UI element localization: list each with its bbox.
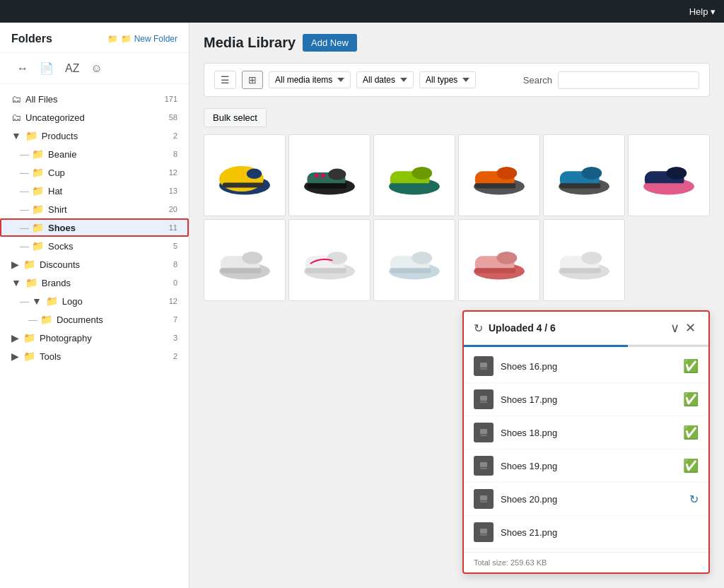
media-item[interactable] [458,219,540,301]
svg-rect-8 [308,183,347,188]
tree-line: — [20,296,29,307]
media-item[interactable] [373,134,455,216]
more-options-button[interactable]: ☺ [85,59,107,78]
all-files-icon: 🗂 [11,93,21,105]
sidebar-item-uncategorized[interactable]: 🗂 Uncategorized 58 [0,108,189,127]
search-label: Search [523,75,552,86]
upload-collapse-button[interactable]: ∨ [667,320,682,336]
sidebar-item-hat[interactable]: — 📁 Hat 13 [0,182,189,200]
add-new-button[interactable]: Add New [303,34,357,52]
file-name: Shoes 21.png [501,527,699,538]
tools-count: 2 [173,352,177,360]
svg-point-13 [411,166,432,179]
svg-point-25 [666,166,687,179]
sidebar-header: Folders 📁 📁 New Folder [0,23,189,53]
documents-folder-icon: 📁 [40,314,52,325]
sidebar-item-all-files[interactable]: 🗂 All Files 171 [0,90,189,108]
upload-close-button[interactable]: ✕ [682,320,699,336]
sidebar-item-brands[interactable]: ▼ 📁 Brands 0 [0,274,189,292]
media-filter-select[interactable]: All media items [269,71,351,88]
upload-file-item: Shoes 16.png ✅ [464,350,708,383]
sidebar-item-discounts[interactable]: ▶ 📁 Discounts 8 [0,255,189,274]
svg-rect-26 [645,183,686,188]
sidebar-item-cup[interactable]: — 📁 Cup 12 [0,163,189,182]
expand-all-button[interactable]: ↔ [11,59,34,78]
socks-count: 5 [173,242,177,250]
svg-rect-63 [480,529,487,534]
sidebar-item-beanie[interactable]: — 📁 Beanie 8 [0,145,189,163]
search-input[interactable] [558,71,699,89]
media-item[interactable] [628,134,710,216]
tree-line: — [20,204,29,215]
hat-folder-icon: 📁 [32,185,44,196]
media-item[interactable] [543,219,625,301]
media-item[interactable] [204,134,286,216]
file-thumb-icon [474,522,494,542]
svg-point-41 [496,251,517,264]
main-header: Media Library Add New [204,34,710,52]
tools-expand-icon: ▶ [11,351,19,362]
documents-count: 7 [173,315,177,324]
photography-count: 3 [173,334,177,342]
photography-expand-icon: ▶ [11,332,19,343]
cup-count: 12 [169,168,177,177]
help-button[interactable]: Help ▾ [689,6,716,17]
discounts-folder-icon: 📁 [23,259,35,270]
svg-rect-48 [480,363,487,368]
main-content: Media Library Add New ☰ ⊞ All media item… [189,23,724,588]
discounts-count: 8 [173,260,177,269]
folder-plus-icon: 📁 [107,34,118,44]
list-view-button[interactable]: ☰ [214,71,236,89]
uncategorized-count: 58 [169,113,177,122]
sidebar-item-photography[interactable]: ▶ 📁 Photography 3 [0,329,189,347]
products-count: 2 [173,131,177,140]
svg-rect-52 [480,401,487,403]
new-folder-button[interactable]: 📁 📁 New Folder [107,34,177,44]
beanie-folder-icon: 📁 [32,148,44,160]
file-thumb-icon [474,423,494,442]
svg-rect-34 [305,268,346,273]
cup-folder-icon: 📁 [32,167,44,178]
all-files-count: 171 [165,95,177,103]
sidebar-item-documents[interactable]: — 📁 Documents 7 [0,310,189,329]
tree-line: — [28,314,37,325]
media-item[interactable] [543,134,625,216]
new-file-button[interactable]: 📄 [34,59,59,78]
svg-point-45 [581,251,602,264]
svg-rect-22 [560,183,601,188]
sidebar-item-socks[interactable]: — 📁 Socks 5 [0,237,189,255]
upload-file-item: Shoes 18.png ✅ [464,416,708,449]
beanie-count: 8 [173,150,177,158]
sidebar-item-shoes[interactable]: — 📁 Shoes 11 [0,218,189,237]
sidebar-title: Folders [11,33,52,45]
media-item[interactable] [458,134,540,216]
brands-label: Brands [42,278,170,288]
svg-rect-58 [480,468,487,469]
sidebar-item-shirt[interactable]: — 📁 Shirt 20 [0,200,189,218]
products-expand-icon: ▼ [11,130,21,141]
sidebar-item-products[interactable]: ▼ 📁 Products 2 [0,127,189,145]
type-filter-select[interactable]: All types [419,71,476,88]
media-toolbar: ☰ ⊞ All media items All dates All types … [204,63,710,97]
media-item[interactable] [288,219,370,301]
grid-view-button[interactable]: ⊞ [242,71,263,89]
upload-footer: Total size: 259.63 KB [464,552,708,572]
svg-rect-60 [480,495,487,500]
media-item[interactable] [288,134,370,216]
file-status-done-icon: ✅ [683,458,699,474]
sidebar-item-tools[interactable]: ▶ 📁 Tools 2 [0,347,189,365]
hat-label: Hat [48,186,166,196]
upload-file-item: Shoes 19.png ✅ [464,449,708,483]
tree-line: — [20,223,29,233]
upload-title: Uploaded 4 / 6 [489,322,667,334]
svg-rect-46 [560,268,601,273]
media-item[interactable] [204,219,286,301]
sidebar-item-logo[interactable]: — ▼ 📁 Logo 12 [0,292,189,310]
bulk-select-button[interactable]: Bulk select [204,108,267,127]
date-filter-select[interactable]: All dates [356,71,414,88]
media-item[interactable] [373,219,455,301]
sort-az-button[interactable]: AZ [59,59,85,78]
discounts-expand-icon: ▶ [11,259,19,270]
help-label: Help ▾ [689,6,716,17]
svg-point-29 [242,251,262,264]
